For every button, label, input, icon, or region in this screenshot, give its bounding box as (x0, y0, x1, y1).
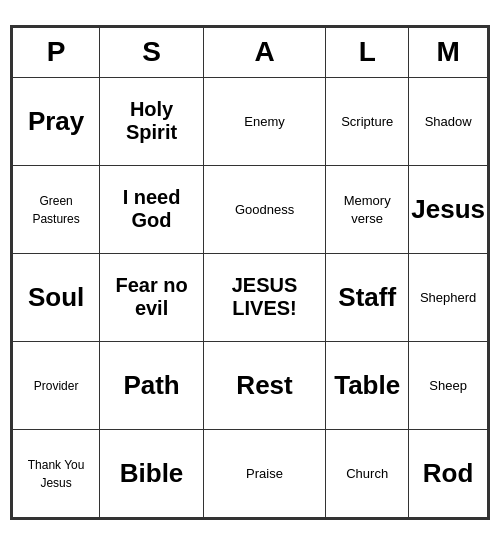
cell-1-0: Green Pastures (13, 165, 100, 253)
cell-1-4: Jesus (409, 165, 488, 253)
cell-text-3-4: Sheep (429, 378, 467, 393)
cell-0-4: Shadow (409, 77, 488, 165)
cell-text-2-1: Fear no evil (115, 274, 187, 319)
bingo-table: PSALM PrayHoly SpiritEnemyScriptureShado… (12, 27, 488, 518)
cell-text-1-0: Green Pastures (32, 194, 79, 226)
cell-text-1-4: Jesus (411, 194, 485, 224)
cell-text-1-1: I need God (123, 186, 181, 231)
cell-text-0-4: Shadow (425, 114, 472, 129)
row-1: Green PasturesI need GodGoodnessMemory v… (13, 165, 488, 253)
cell-text-3-0: Provider (34, 379, 79, 393)
cell-2-2: JESUS LIVES! (203, 253, 325, 341)
cell-text-4-3: Church (346, 466, 388, 481)
cell-4-4: Rod (409, 429, 488, 517)
row-2: SoulFear no evilJESUS LIVES!StaffShepher… (13, 253, 488, 341)
cell-text-0-2: Enemy (244, 114, 284, 129)
cell-text-0-1: Holy Spirit (126, 98, 177, 143)
cell-4-3: Church (326, 429, 409, 517)
cell-3-4: Sheep (409, 341, 488, 429)
cell-text-1-3: Memory verse (344, 193, 391, 226)
cell-3-3: Table (326, 341, 409, 429)
cell-text-2-0: Soul (28, 282, 84, 312)
cell-text-2-3: Staff (338, 282, 396, 312)
header-row: PSALM (13, 27, 488, 77)
cell-text-4-2: Praise (246, 466, 283, 481)
cell-1-1: I need God (100, 165, 204, 253)
cell-1-3: Memory verse (326, 165, 409, 253)
header-col-m: M (409, 27, 488, 77)
bingo-card: PSALM PrayHoly SpiritEnemyScriptureShado… (10, 25, 490, 520)
cell-0-0: Pray (13, 77, 100, 165)
row-0: PrayHoly SpiritEnemyScriptureShadow (13, 77, 488, 165)
cell-1-2: Goodness (203, 165, 325, 253)
row-3: ProviderPathRestTableSheep (13, 341, 488, 429)
cell-text-0-3: Scripture (341, 114, 393, 129)
cell-text-4-1: Bible (120, 458, 184, 488)
cell-text-0-0: Pray (28, 106, 84, 136)
cell-text-2-2: JESUS LIVES! (232, 274, 298, 319)
cell-4-2: Praise (203, 429, 325, 517)
cell-4-0: Thank You Jesus (13, 429, 100, 517)
cell-0-2: Enemy (203, 77, 325, 165)
cell-2-0: Soul (13, 253, 100, 341)
header-col-a: A (203, 27, 325, 77)
cell-2-3: Staff (326, 253, 409, 341)
cell-3-2: Rest (203, 341, 325, 429)
cell-3-0: Provider (13, 341, 100, 429)
cell-text-4-0: Thank You Jesus (28, 458, 85, 490)
cell-text-1-2: Goodness (235, 202, 294, 217)
cell-text-3-1: Path (123, 370, 179, 400)
cell-2-1: Fear no evil (100, 253, 204, 341)
cell-text-2-4: Shepherd (420, 290, 476, 305)
header-col-l: L (326, 27, 409, 77)
cell-0-3: Scripture (326, 77, 409, 165)
cell-3-1: Path (100, 341, 204, 429)
header-col-p: P (13, 27, 100, 77)
cell-4-1: Bible (100, 429, 204, 517)
cell-0-1: Holy Spirit (100, 77, 204, 165)
cell-text-3-3: Table (334, 370, 400, 400)
cell-text-3-2: Rest (236, 370, 292, 400)
row-4: Thank You JesusBiblePraiseChurchRod (13, 429, 488, 517)
header-col-s: S (100, 27, 204, 77)
cell-text-4-4: Rod (423, 458, 474, 488)
cell-2-4: Shepherd (409, 253, 488, 341)
